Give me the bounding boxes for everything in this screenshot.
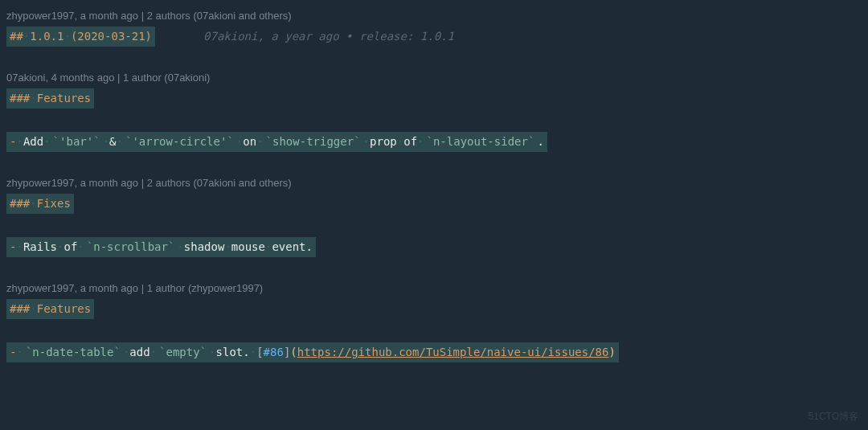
git-blame-annotation[interactable]: 07akioni, 4 months ago | 1 author (07aki…	[0, 68, 868, 87]
text-token: Rails	[23, 240, 57, 253]
whitespace-dot: ·	[363, 135, 370, 148]
empty-line[interactable]	[0, 110, 868, 130]
whitespace-dot: ·	[77, 240, 84, 253]
text-token: Add	[23, 135, 43, 148]
whitespace-dot: ·	[16, 240, 23, 253]
whitespace-dot: ·	[43, 135, 50, 148]
inline-code: `n-scrollbar`	[84, 240, 178, 254]
link-url[interactable]: https://github.com/TuSimple/naive-ui/iss…	[297, 346, 609, 358]
whitespace-dot: ·	[177, 240, 183, 253]
whitespace-dot: ·	[397, 135, 403, 148]
heading-prefix: ###	[10, 302, 30, 315]
heading-highlight: ##·1.0.1·(2020-03-21)	[6, 27, 155, 47]
whitespace-dot: ·	[250, 346, 256, 358]
inline-code: `empty`	[157, 345, 209, 359]
heading-highlight: ###·Fixes	[6, 194, 74, 214]
link-paren: )	[608, 346, 615, 358]
text-token: .	[537, 135, 543, 148]
code-line[interactable]: ###·Fixes	[0, 192, 868, 215]
whitespace-dot: ·	[224, 240, 231, 253]
inline-blame[interactable]: 07akioni, a year ago • release: 1.0.1	[203, 30, 454, 43]
code-line[interactable]: ###·Features	[0, 87, 868, 110]
code-line[interactable]: ##·1.0.1·(2020-03-21)07akioni, a year ag…	[0, 25, 868, 48]
code-line[interactable]: -·Rails·of·`n-scrollbar`·shadow·mouse·ev…	[0, 235, 868, 259]
text-token: add	[129, 346, 149, 358]
whitespace-dot: ·	[30, 92, 36, 104]
inline-code: `n-layout-sider`	[424, 134, 538, 149]
code-line[interactable]: -·`n-date-table`·add·`empty`·slot.·[#86]…	[0, 341, 868, 364]
text-token: event.	[272, 240, 313, 253]
link-label[interactable]: #86	[264, 346, 284, 358]
whitespace-dot: ·	[417, 135, 424, 148]
empty-line[interactable]	[0, 154, 868, 174]
text-token: mouse	[231, 240, 265, 253]
inline-code: `n-date-table`	[23, 345, 123, 359]
whitespace-dot: ·	[209, 346, 215, 358]
git-blame-annotation[interactable]: zhypower1997, a month ago | 2 authors (0…	[0, 6, 868, 25]
watermark: 51CTO博客	[809, 410, 858, 424]
heading-prefix: ###	[10, 92, 30, 104]
heading-text: Fixes	[37, 197, 71, 210]
code-line[interactable]: ###·Features	[0, 297, 868, 321]
line-highlight: -·Rails·of·`n-scrollbar`·shadow·mouse·ev…	[6, 237, 316, 257]
inline-code: `show-trigger`	[264, 134, 363, 149]
text-token: of	[403, 135, 417, 148]
empty-line[interactable]	[0, 215, 868, 235]
text-token: of	[63, 240, 77, 253]
empty-line[interactable]	[0, 259, 868, 279]
text-token: &	[109, 135, 116, 148]
heading-highlight: ###·Features	[6, 299, 94, 319]
empty-line[interactable]	[0, 48, 868, 68]
git-blame-annotation[interactable]: zhypower1997, a month ago | 2 authors (0…	[0, 174, 868, 192]
whitespace-dot: ·	[16, 135, 23, 148]
inline-code: `'bar'`	[51, 134, 103, 149]
heading-text: Features	[37, 92, 91, 104]
empty-line[interactable]	[0, 364, 868, 384]
code-line[interactable]: -·Add·`'bar'`·&·`'arrow-circle'`·on·`sho…	[0, 130, 868, 154]
heading-text: Features	[37, 302, 91, 315]
heading-text: 1.0.1·(2020-03-21)	[30, 30, 152, 43]
whitespace-dot: ·	[30, 302, 36, 315]
empty-line[interactable]	[0, 321, 868, 341]
heading-prefix: ##	[10, 30, 23, 43]
text-token: on	[243, 135, 256, 148]
inline-code: `'arrow-circle'`	[123, 134, 236, 149]
heading-prefix: ###	[10, 197, 30, 210]
text-token: slot.	[216, 346, 250, 358]
line-highlight: -·`n-date-table`·add·`empty`·slot.·[#86]…	[6, 342, 619, 362]
heading-highlight: ###·Features	[6, 88, 94, 109]
whitespace-dot: ·	[16, 346, 23, 358]
git-blame-annotation[interactable]: zhypower1997, a month ago | 1 author (zh…	[0, 279, 868, 297]
whitespace-dot: ·	[150, 346, 157, 358]
code-editor[interactable]: zhypower1997, a month ago | 2 authors (0…	[0, 6, 868, 384]
whitespace-dot: ·	[30, 197, 36, 210]
whitespace-dot: ·	[103, 135, 109, 148]
text-token: prop	[370, 135, 397, 148]
text-token: shadow	[184, 240, 225, 253]
whitespace-dot: ·	[117, 135, 123, 148]
line-highlight: -·Add·`'bar'`·&·`'arrow-circle'`·on·`sho…	[6, 132, 547, 152]
link-paren: (	[290, 346, 297, 358]
link-bracket: [	[256, 346, 263, 358]
whitespace-dot: ·	[256, 135, 263, 148]
